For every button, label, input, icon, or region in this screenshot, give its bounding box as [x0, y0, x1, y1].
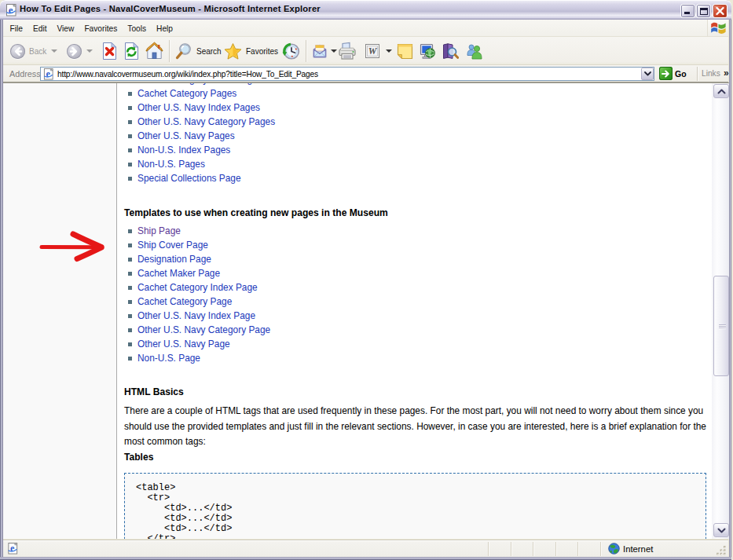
list-item[interactable]: Cachet Category Index Page — [124, 280, 712, 295]
scroll-up-button[interactable] — [713, 84, 729, 98]
templates-heading: Templates to use when creating new pages… — [124, 207, 388, 218]
status-separator — [533, 542, 533, 556]
messenger-icon — [465, 42, 484, 60]
menu-favorites[interactable]: Favorites — [79, 23, 123, 35]
research-icon — [441, 42, 459, 60]
page-viewport: Cachet Category Index Pages Cachet Categ… — [3, 82, 712, 539]
list-item[interactable]: Other U.S. Navy Page — [124, 337, 712, 351]
address-label: Address — [9, 69, 41, 79]
ie-page-icon: e — [5, 4, 17, 16]
back-button[interactable]: Back — [10, 37, 57, 65]
research-button[interactable] — [441, 37, 459, 65]
list-item[interactable]: Other U.S. Navy Index Page — [124, 309, 712, 323]
menu-view[interactable]: View — [52, 23, 79, 35]
list-item[interactable]: Non-U.S. Pages — [124, 157, 712, 171]
vertical-scrollbar[interactable] — [712, 82, 730, 539]
status-separator — [577, 542, 578, 556]
window-border — [0, 20, 3, 560]
menu-edit[interactable]: Edit — [27, 23, 52, 35]
chevron-down-icon — [717, 528, 726, 533]
home-button[interactable] — [145, 37, 164, 65]
stop-button[interactable] — [101, 37, 118, 65]
search-icon — [175, 42, 192, 60]
list-item[interactable]: Ship Cover Page — [124, 238, 712, 252]
svg-text:e: e — [46, 68, 51, 79]
print-icon — [337, 42, 357, 60]
browser-window: e How To Edit Pages - NavalCoverMuseum -… — [0, 0, 731, 560]
list-item[interactable]: Other U.S. Navy Index Pages — [124, 101, 712, 115]
list-item[interactable]: Special Collections Page — [124, 171, 712, 185]
search-button[interactable]: Search — [175, 37, 222, 65]
window-border — [729, 20, 731, 560]
close-button[interactable] — [713, 4, 728, 18]
refresh-button[interactable] — [123, 37, 140, 65]
annotation-arrow — [36, 225, 108, 263]
messenger-monitor-button[interactable] — [419, 37, 437, 65]
status-separator — [488, 542, 489, 556]
menu-tools[interactable]: Tools — [123, 23, 152, 35]
go-label[interactable]: Go — [675, 69, 687, 79]
print-button[interactable] — [337, 37, 357, 65]
back-dropdown-icon[interactable] — [51, 49, 57, 53]
stop-icon — [101, 42, 118, 60]
window-title: How To Edit Pages - NavalCoverMuseum - M… — [20, 4, 321, 13]
menu-help[interactable]: Help — [152, 23, 178, 35]
minimize-button[interactable] — [680, 4, 695, 18]
messenger-button[interactable] — [465, 37, 484, 65]
address-input[interactable]: e http://www.navalcovermuseum.org/wiki/i… — [40, 67, 654, 81]
html-basics-paragraph: There are a couple of HTML tags that are… — [124, 404, 706, 450]
discuss-button[interactable] — [396, 37, 414, 65]
toolbar: Back — [3, 37, 728, 65]
forward-button[interactable] — [67, 37, 93, 65]
mail-dropdown-icon[interactable] — [331, 49, 337, 53]
tables-heading: Tables — [124, 452, 153, 463]
toolbar-separator — [169, 40, 170, 62]
favorites-label: Favorites — [246, 47, 278, 56]
ie-page-icon: e — [43, 68, 54, 79]
code-example-box: <table> <tr> <td>...</td> <td>...</td> <… — [124, 473, 706, 539]
wiki-content: Cachet Category Index Pages Cachet Categ… — [116, 82, 712, 539]
links-chevron-icon[interactable]: » — [724, 68, 729, 79]
go-arrow-icon — [662, 70, 670, 78]
status-separator — [555, 542, 556, 556]
address-url: http://www.navalcovermuseum.org/wiki/ind… — [57, 70, 318, 79]
refresh-icon — [123, 42, 140, 60]
chevron-up-icon — [717, 89, 726, 94]
list-item[interactable]: Cachet Category Pages — [124, 86, 712, 101]
favorites-button[interactable]: Favorites — [224, 37, 278, 65]
status-separator — [511, 542, 511, 556]
windows-flag-icon — [707, 20, 728, 36]
forward-dropdown-icon[interactable] — [86, 49, 93, 53]
list-item[interactable]: Cachet Maker Page — [124, 266, 712, 280]
address-separator — [697, 67, 698, 81]
list-item[interactable]: Other U.S. Navy Pages — [124, 129, 712, 143]
status-separator — [600, 542, 601, 556]
links-label[interactable]: Links — [702, 69, 720, 78]
edit-dropdown-icon[interactable] — [386, 49, 392, 53]
edit-word-button[interactable]: W — [365, 37, 392, 65]
address-bar: Address e http://www.navalcovermuseum.or… — [3, 65, 728, 82]
resize-grip[interactable] — [717, 545, 727, 555]
history-icon — [282, 42, 300, 60]
forward-icon — [67, 44, 82, 59]
scroll-down-button[interactable] — [713, 523, 729, 537]
svg-text:e: e — [9, 4, 13, 16]
list-item[interactable]: Other U.S. Navy Category Page — [124, 323, 712, 337]
list-item[interactable]: Cachet Category Page — [124, 295, 712, 309]
maximize-button[interactable] — [696, 4, 711, 18]
ie-page-icon: e — [7, 543, 19, 555]
list-item[interactable]: Ship Page — [124, 224, 712, 238]
mail-button[interactable] — [311, 37, 337, 65]
go-button[interactable] — [659, 67, 673, 80]
address-dropdown-button[interactable] — [641, 68, 654, 80]
list-item[interactable]: Other U.S. Navy Category Pages — [124, 115, 712, 129]
list-item[interactable]: Non-U.S. Index Pages — [124, 143, 712, 157]
scrollbar-thumb[interactable] — [713, 276, 729, 376]
history-button[interactable] — [282, 37, 300, 65]
svg-text:W: W — [368, 46, 378, 57]
list-item[interactable]: Non-U.S. Page — [124, 351, 712, 365]
menu-file[interactable]: File — [5, 23, 27, 35]
home-icon — [145, 42, 164, 60]
templates-list: Ship Page Ship Cover Page Designation Pa… — [124, 224, 712, 365]
list-item[interactable]: Designation Page — [124, 252, 712, 266]
